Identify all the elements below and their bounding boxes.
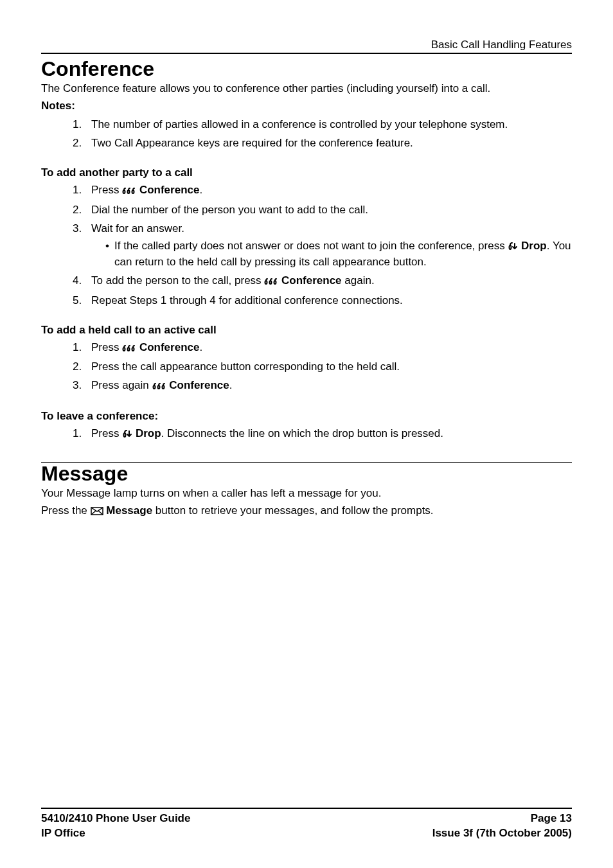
text: . xyxy=(199,341,202,353)
message-line-1: Your Message lamp turns on when a caller… xyxy=(41,486,572,501)
notes-label: Notes: xyxy=(41,99,572,114)
text: If the called party does not answer or d… xyxy=(114,240,508,252)
page: Basic Call Handling Features Conference … xyxy=(0,0,613,868)
message-title: Message xyxy=(41,463,572,485)
footer-left-1: 5410/2410 Phone User Guide xyxy=(41,811,190,826)
add-party-step-4: To add the person to the call, press Con… xyxy=(85,274,572,290)
add-party-step-3-bullet: If the called party does not answer or d… xyxy=(105,239,572,270)
leave-step-1: Press Drop. Disconnects the line on whic… xyxy=(85,427,572,443)
conference-intro: The Conference feature allows you to con… xyxy=(41,82,572,96)
add-party-step-3-sub: If the called party does not answer or d… xyxy=(91,239,572,270)
text: Press xyxy=(91,184,122,196)
conference-label: Conference xyxy=(278,274,341,287)
header-breadcrumb: Basic Call Handling Features xyxy=(41,39,572,51)
conference-icon xyxy=(152,380,166,394)
add-held-step-1: Press Conference. xyxy=(85,341,572,357)
notes-item-2: Two Call Appearance keys are required fo… xyxy=(85,136,572,151)
add-party-step-3: Wait for an answer. If the called party … xyxy=(85,222,572,270)
text: Press xyxy=(91,427,122,439)
text: Press xyxy=(91,341,122,353)
text: Press again xyxy=(91,379,152,391)
text: button to retrieve your messages, and fo… xyxy=(152,504,434,517)
footer-row-2: IP Office Issue 3f (7th October 2005) xyxy=(41,826,572,841)
message-label: Message xyxy=(103,504,153,517)
add-held-heading: To add a held call to an active call xyxy=(41,324,572,337)
add-held-step-3: Press again Conference. xyxy=(85,378,572,394)
add-party-step-5: Repeat Steps 1 through 4 for additional … xyxy=(85,294,572,308)
text: To add the person to the call, press xyxy=(91,274,264,287)
drop-label: Drop xyxy=(132,427,161,439)
conference-label: Conference xyxy=(136,184,199,196)
notes-item-1: The number of parties allowed in a confe… xyxy=(85,118,572,132)
leave-heading: To leave a conference: xyxy=(41,410,572,423)
text: again. xyxy=(342,274,375,287)
conference-icon xyxy=(122,184,136,199)
drop-icon xyxy=(122,428,132,443)
header-rule xyxy=(41,53,572,54)
conference-title: Conference xyxy=(41,58,572,80)
conference-label: Conference xyxy=(136,341,199,353)
footer-left-2: IP Office xyxy=(41,826,85,841)
conference-icon xyxy=(264,275,278,290)
add-party-step-2: Dial the number of the person you want t… xyxy=(85,203,572,218)
footer-row-1: 5410/2410 Phone User Guide Page 13 xyxy=(41,811,572,826)
drop-icon xyxy=(508,240,518,255)
text: . xyxy=(229,379,233,391)
text: Wait for an answer. xyxy=(91,222,184,235)
leave-list: Press Drop. Disconnects the line on whic… xyxy=(41,427,572,443)
conference-label: Conference xyxy=(166,379,229,391)
footer: 5410/2410 Phone User Guide Page 13 IP Of… xyxy=(41,808,572,841)
notes-list: The number of parties allowed in a confe… xyxy=(41,118,572,151)
add-party-list: Press Conference. Dial the number of the… xyxy=(41,183,572,308)
footer-right-1: Page 13 xyxy=(531,811,572,826)
text: . xyxy=(199,184,202,196)
text: Press the xyxy=(41,504,91,517)
conference-icon xyxy=(122,342,136,357)
footer-rule xyxy=(41,808,572,809)
footer-right-2: Issue 3f (7th October 2005) xyxy=(432,826,572,841)
add-party-heading: To add another party to a call xyxy=(41,166,572,179)
text: . Disconnects the line on which the drop… xyxy=(161,427,443,439)
message-line-2: Press the Message button to retrieve you… xyxy=(41,504,572,520)
add-party-step-1: Press Conference. xyxy=(85,183,572,199)
drop-label: Drop xyxy=(518,240,546,252)
message-icon xyxy=(91,505,103,520)
add-held-step-2: Press the call appearance button corresp… xyxy=(85,360,572,375)
add-held-list: Press Conference. Press the call appeara… xyxy=(41,341,572,395)
